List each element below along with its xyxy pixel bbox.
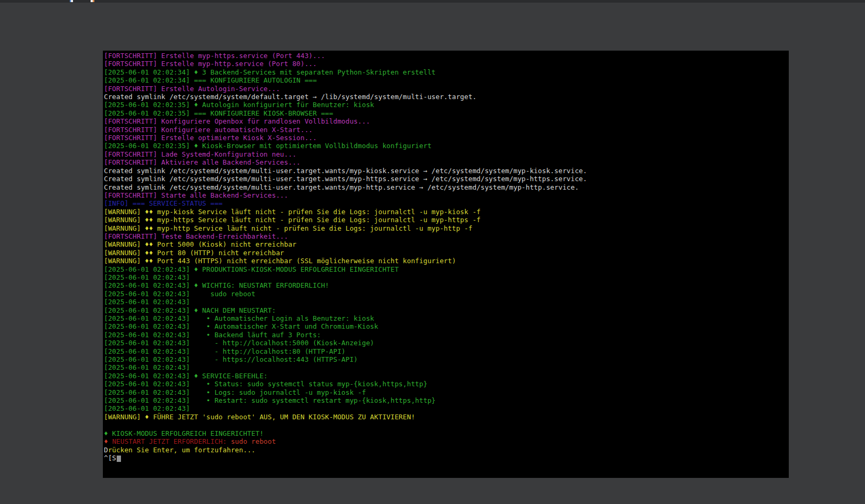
- terminal-line: [104, 421, 789, 429]
- terminal-line: [2025-06-01 02:02:43] - http://localhost…: [104, 347, 789, 355]
- terminal-line: [2025-06-01 02:02:43] - http://localhost…: [104, 339, 789, 347]
- terminal-line: [2025-06-01 02:02:43]: [104, 273, 789, 281]
- terminal-line: [2025-06-01 02:02:43]: [104, 298, 789, 306]
- terminal-line: [WARNUNG] ♦♦ myp-http Service läuft nich…: [104, 224, 789, 232]
- terminal-line: [FORTSCHRITT] Erstelle Autologin-Service…: [104, 85, 789, 93]
- terminal-window[interactable]: [FORTSCHRITT] Erstelle myp-https.service…: [103, 51, 789, 478]
- terminal-line: Drücken Sie Enter, um fortzufahren...: [104, 446, 789, 454]
- terminal-line: Created symlink /etc/systemd/system/mult…: [104, 167, 789, 175]
- terminal-line: [FORTSCHRITT] Teste Backend-Erreichbarke…: [104, 232, 789, 240]
- terminal-line: Created symlink /etc/systemd/system/mult…: [104, 175, 789, 183]
- terminal-line: [WARNUNG] ♦ FÜHRE JETZT 'sudo reboot' AU…: [104, 413, 789, 421]
- terminal-line: [2025-06-01 02:02:43] ♦ WICHTIG: NEUSTAR…: [104, 281, 789, 289]
- terminal-line: [2025-06-01 02:02:35] === KONFIGURIERE K…: [104, 109, 789, 117]
- terminal-cursor: [117, 456, 121, 462]
- terminal-line: [2025-06-01 02:02:43] sudo reboot: [104, 290, 789, 298]
- terminal-line: ♦ KIOSK-MODUS ERFOLGREICH EINGERICHTET!: [104, 429, 789, 437]
- terminal-line: [2025-06-01 02:02:43] • Status: sudo sys…: [104, 380, 789, 388]
- terminal-line: [2025-06-01 02:02:43] • Automatischer X-…: [104, 322, 789, 330]
- terminal-line: [FORTSCHRITT] Starte alle Backend-Servic…: [104, 191, 789, 199]
- terminal-line: [2025-06-01 02:02:43] ♦ NACH DEM NEUSTAR…: [104, 306, 789, 314]
- terminal-line: [WARNUNG] ♦♦ Port 443 (HTTPS) nicht erre…: [104, 257, 789, 265]
- terminal-line: [2025-06-01 02:02:43]: [104, 363, 789, 371]
- terminal-line: [FORTSCHRITT] Konfiguriere Openbox für r…: [104, 117, 789, 125]
- terminal-line: [WARNUNG] ♦♦ Port 5000 (Kiosk) nicht err…: [104, 240, 789, 248]
- tab-favicon-fragment-icon: [91, 0, 94, 2]
- terminal-line: [FORTSCHRITT] Aktiviere alle Backend-Ser…: [104, 158, 789, 166]
- terminal-line: [2025-06-01 02:02:43] - https://localhos…: [104, 355, 789, 363]
- terminal-line: [2025-06-01 02:02:35] ♦ Autologin konfig…: [104, 101, 789, 109]
- terminal-line: [2025-06-01 02:02:34] ♦ 3 Backend-Servic…: [104, 68, 789, 76]
- terminal-line: [2025-06-01 02:02:43] ♦ SERVICE-BEFEHLE:: [104, 372, 789, 380]
- terminal-line: [2025-06-01 02:02:43]: [104, 404, 789, 412]
- terminal-line: [FORTSCHRITT] Erstelle myp-http.service …: [104, 60, 789, 68]
- terminal-line: [FORTSCHRITT] Konfiguriere automatischen…: [104, 126, 789, 134]
- terminal-line: [FORTSCHRITT] Erstelle optimierte Kiosk …: [104, 134, 789, 142]
- terminal-line: [2025-06-01 02:02:43] ♦ PRODUKTIONS-KIOS…: [104, 265, 789, 273]
- terminal-line: ♦ NEUSTART JETZT ERFORDERLICH: sudo rebo…: [104, 437, 789, 445]
- terminal-line: [WARNUNG] ♦♦ myp-https Service läuft nic…: [104, 216, 789, 224]
- terminal-line: [2025-06-01 02:02:43] • Logs: sudo journ…: [104, 388, 789, 396]
- browser-top-strip: [0, 0, 865, 3]
- terminal-line: [2025-06-01 02:02:43] • Automatischer Lo…: [104, 314, 789, 322]
- terminal-line: [2025-06-01 02:02:35] ♦ Kiosk-Browser mi…: [104, 142, 789, 150]
- terminal-line: ^[S: [104, 454, 789, 462]
- terminal-line: Created symlink /etc/systemd/system/defa…: [104, 93, 789, 101]
- terminal-line: [WARNUNG] ♦♦ myp-kiosk Service läuft nic…: [104, 208, 789, 216]
- terminal-line: Created symlink /etc/systemd/system/mult…: [104, 183, 789, 191]
- terminal-line: [WARNUNG] ♦♦ Port 80 (HTTP) nicht erreic…: [104, 249, 789, 257]
- tab-favicon-fragment-icon: [70, 0, 73, 2]
- terminal-line: [INFO] === SERVICE-STATUS ===: [104, 199, 789, 207]
- terminal-body: [FORTSCHRITT] Erstelle myp-https.service…: [103, 51, 789, 462]
- terminal-line: [FORTSCHRITT] Lade Systemd-Konfiguration…: [104, 150, 789, 158]
- terminal-line: [2025-06-01 02:02:43] • Restart: sudo sy…: [104, 396, 789, 404]
- terminal-line: [2025-06-01 02:02:43] • Backend läuft au…: [104, 331, 789, 339]
- terminal-line: [2025-06-01 02:02:34] === KONFIGURIERE A…: [104, 76, 789, 84]
- terminal-line: [FORTSCHRITT] Erstelle myp-https.service…: [104, 52, 789, 60]
